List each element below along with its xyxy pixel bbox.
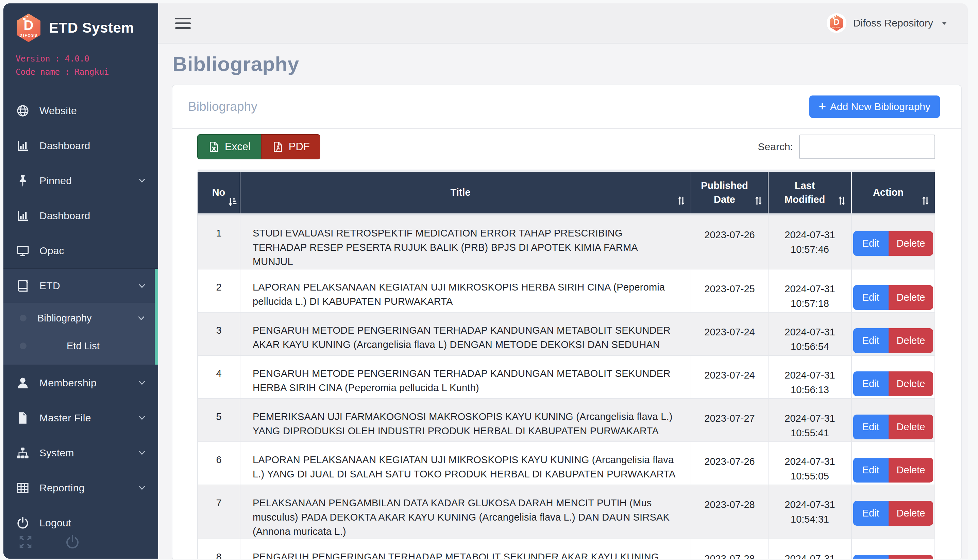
row-action-cell: EditDelete xyxy=(851,442,935,485)
sidebar-item-dashboard[interactable]: Dashboard xyxy=(3,128,158,163)
row-published-date-cell: 2023-07-28 xyxy=(691,539,768,559)
search-area: Search: xyxy=(758,135,935,159)
person-icon xyxy=(15,376,31,390)
row-published-date-cell: 2023-07-27 xyxy=(691,398,768,442)
sidebar-item-membership[interactable]: Membership xyxy=(3,365,158,400)
row-last-modified-cell: 2024-07-31 10:57:18 xyxy=(768,269,851,312)
edit-button[interactable]: Edit xyxy=(853,555,889,559)
row-number-cell: 2 xyxy=(197,269,240,312)
delete-button[interactable]: Delete xyxy=(889,415,933,439)
sidebar-subitem-etd-list[interactable]: Etd List xyxy=(3,332,158,360)
row-action-cell: EditDelete xyxy=(851,355,935,398)
codename-line: Code name : Rangkui xyxy=(16,66,158,79)
chart-bar-icon xyxy=(15,209,31,223)
edit-button[interactable]: Edit xyxy=(853,231,889,256)
column-header-published-date[interactable]: Published Date xyxy=(691,171,768,214)
edit-button[interactable]: Edit xyxy=(853,328,889,353)
chevron-down-icon xyxy=(137,448,147,457)
row-published-date-cell: 2023-07-28 xyxy=(691,485,768,539)
row-last-modified-cell: 2024-07-31 10:55:41 xyxy=(768,398,851,442)
row-action-cell: EditDelete xyxy=(851,485,935,539)
sidebar-subitem-bibliography[interactable]: Bibliography xyxy=(3,304,158,332)
avatar: D DIFOSS xyxy=(827,13,846,33)
table-toolbar: Excel PDF Search: xyxy=(197,134,935,159)
search-input[interactable] xyxy=(799,135,935,159)
delete-button[interactable]: Delete xyxy=(889,501,933,526)
main-panel: D DIFOSS Difoss Repository Bibliography … xyxy=(158,3,968,558)
excel-file-icon xyxy=(208,141,220,153)
column-header-label: Published Date xyxy=(701,180,748,205)
user-menu[interactable]: D DIFOSS Difoss Repository xyxy=(827,13,949,33)
row-title-cell: PELAKSANAAN PENGAMBILAN DATA KADAR GLUKO… xyxy=(240,485,691,539)
delete-button[interactable]: Delete xyxy=(889,285,933,310)
power-icon[interactable] xyxy=(65,534,80,550)
edit-button[interactable]: Edit xyxy=(853,501,889,526)
column-header-label: Title xyxy=(450,187,470,198)
pin-icon xyxy=(15,174,31,188)
menu-toggle-icon[interactable] xyxy=(175,18,191,29)
table-body: 1STUDI EVALUASI RETROSPEKTIF MEDICATION … xyxy=(197,214,935,559)
card-header: Bibliography + Add New Bibliography xyxy=(172,85,961,129)
sidebar-item-reporting[interactable]: Reporting xyxy=(3,470,158,505)
action-button-group: EditDelete xyxy=(853,328,933,353)
content: Bibliography Bibliography + Add New Bibl… xyxy=(158,43,968,558)
delete-button[interactable]: Delete xyxy=(889,231,933,256)
row-last-modified-cell: 2024-07-31 10:55:05 xyxy=(768,442,851,485)
table-row: 2LAPORAN PELAKSANAAN KEGIATAN UJI MIKROS… xyxy=(197,269,935,312)
power-icon xyxy=(15,516,31,530)
sidebar-item-website[interactable]: Website xyxy=(3,93,158,128)
file-icon xyxy=(15,411,31,425)
edit-button[interactable]: Edit xyxy=(853,285,889,310)
edit-button[interactable]: Edit xyxy=(853,372,889,396)
row-title-cell: STUDI EVALUASI RETROSPEKTIF MEDICATION E… xyxy=(240,214,691,269)
row-number-cell: 5 xyxy=(197,398,240,442)
edit-button[interactable]: Edit xyxy=(853,415,889,439)
sidebar-active-section: ETDBibliographyEtd List xyxy=(3,268,158,365)
sort-icon xyxy=(676,195,687,206)
row-action-cell: EditDelete xyxy=(851,539,935,559)
sidebar-item-etd[interactable]: ETD xyxy=(3,269,158,303)
bibliography-card: Bibliography + Add New Bibliography xyxy=(172,85,962,558)
delete-button[interactable]: Delete xyxy=(889,328,933,353)
difoss-logo-icon: D DIFOSS xyxy=(16,13,42,42)
row-last-modified-cell: 2024-07-31 10:54:03 xyxy=(768,539,851,559)
export-excel-button[interactable]: Excel xyxy=(197,134,261,159)
action-button-group: EditDelete xyxy=(853,415,933,439)
delete-button[interactable]: Delete xyxy=(889,372,933,396)
delete-button[interactable]: Delete xyxy=(889,555,933,559)
sidebar-item-pinned[interactable]: Pinned xyxy=(3,163,158,198)
column-header-no[interactable]: No xyxy=(197,171,240,214)
table-row: 5PEMERIKSAAN UJI FARMAKOGNOSI MAKROSKOPI… xyxy=(197,398,935,442)
sidebar-subitem-label: Bibliography xyxy=(37,313,92,324)
chevron-down-icon xyxy=(137,483,147,492)
row-title-cell: PEMERIKSAAN UJI FARMAKOGNOSI MAKROSKOPIS… xyxy=(240,398,691,442)
row-number-cell: 1 xyxy=(197,214,240,269)
row-last-modified-cell: 2024-07-31 10:56:54 xyxy=(768,312,851,355)
expand-arrows-icon[interactable] xyxy=(18,534,33,550)
logo-letter: D xyxy=(24,18,33,32)
sidebar-item-opac[interactable]: Opac xyxy=(3,233,158,268)
sidebar-item-dashboard[interactable]: Dashboard xyxy=(3,198,158,233)
sitemap-icon xyxy=(15,446,31,460)
row-action-cell: EditDelete xyxy=(851,398,935,442)
chart-bar-icon xyxy=(15,139,31,153)
edit-button[interactable]: Edit xyxy=(853,458,889,483)
export-pdf-button[interactable]: PDF xyxy=(261,134,320,159)
action-button-group: EditDelete xyxy=(853,285,933,310)
sidebar-item-system[interactable]: System xyxy=(3,435,158,470)
app-title: ETD System xyxy=(49,20,134,36)
book-icon xyxy=(15,279,31,293)
add-new-bibliography-button[interactable]: + Add New Bibliography xyxy=(809,95,940,118)
globe-icon xyxy=(15,104,31,118)
delete-button[interactable]: Delete xyxy=(889,458,933,483)
card-title: Bibliography xyxy=(188,100,257,114)
user-name: Difoss Repository xyxy=(853,17,933,29)
column-header-title[interactable]: Title xyxy=(240,171,691,214)
column-header-last-modified[interactable]: Last Modified xyxy=(768,171,851,214)
chevron-down-icon xyxy=(137,282,147,290)
column-header-action[interactable]: Action xyxy=(851,171,935,214)
sidebar-item-master-file[interactable]: Master File xyxy=(3,400,158,435)
action-button-group: EditDelete xyxy=(853,501,933,526)
version-line: Version : 4.0.0 xyxy=(16,52,158,66)
plus-icon: + xyxy=(819,101,826,112)
